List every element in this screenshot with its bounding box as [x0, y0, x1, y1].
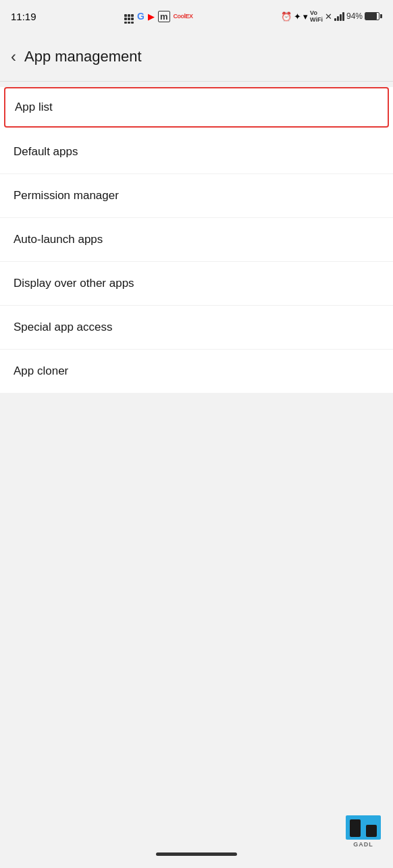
signal-bars [334, 11, 344, 21]
battery-percent: 94% [346, 11, 363, 21]
youtube-icon: ▶ [148, 11, 155, 22]
menu-item-special-app-access[interactable]: Special app access [0, 306, 393, 350]
status-center-icons: G ▶ m CoolEX [124, 9, 192, 24]
watermark-logo [346, 815, 381, 840]
menu-list: App listDefault appsPermission managerAu… [0, 87, 393, 393]
status-time: 11:19 [11, 11, 36, 22]
menu-item-default-apps[interactable]: Default apps [0, 130, 393, 174]
mail-icon: m [158, 11, 170, 22]
header: ‹ App management [0, 32, 393, 81]
watermark-text: GADL [353, 841, 373, 848]
menu-item-app-list[interactable]: App list [4, 87, 389, 128]
menu-item-permission-manager[interactable]: Permission manager [0, 174, 393, 218]
wifi-icon: ▾ [303, 11, 308, 22]
back-button[interactable]: ‹ [11, 47, 16, 66]
bluetooth-icon: ✦ [294, 11, 301, 22]
menu-item-display-over-other-apps[interactable]: Display over other apps [0, 262, 393, 306]
status-right-icons: ⏰ ✦ ▾ VoWiFi ✕ 94% [281, 9, 382, 23]
signal-icon: ✕ [325, 11, 332, 22]
menu-item-auto-launch-apps[interactable]: Auto-launch apps [0, 218, 393, 262]
menu-item-app-cloner[interactable]: App cloner [0, 350, 393, 393]
grid-icon [124, 9, 134, 24]
alarm-icon: ⏰ [281, 11, 292, 22]
google-icon: G [137, 11, 145, 22]
page-title: App management [24, 48, 142, 65]
bottom-nav-indicator [156, 852, 237, 856]
watermark: GADL [344, 815, 382, 848]
vowifi-icon: VoWiFi [310, 9, 323, 23]
battery-icon [365, 12, 382, 20]
coolex-icon: CoolEX [174, 13, 193, 20]
header-divider [0, 81, 393, 82]
status-bar: 11:19 G ▶ m CoolEX ⏰ ✦ [0, 0, 393, 32]
